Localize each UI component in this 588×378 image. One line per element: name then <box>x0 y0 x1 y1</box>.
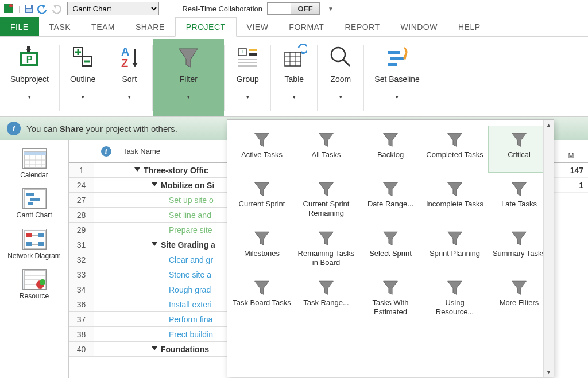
row-info-cell[interactable] <box>94 163 118 177</box>
row-info-cell[interactable] <box>94 297 118 311</box>
tab-share[interactable]: SHARE <box>125 17 175 36</box>
tab-format[interactable]: FORMAT <box>278 17 334 36</box>
row-number[interactable]: 29 <box>69 223 94 237</box>
filter-option[interactable]: Current Sprint Remaining <box>295 175 357 222</box>
ribbon-zoom[interactable]: Zoom ▾ <box>318 39 363 116</box>
row-info-cell[interactable] <box>94 193 118 207</box>
viewbar-gantt[interactable]: Gantt Chart <box>0 185 68 223</box>
row-number[interactable]: 27 <box>69 193 94 207</box>
filter-option[interactable]: Completed Tasks <box>424 126 486 173</box>
svg-rect-3 <box>26 5 31 8</box>
collapse-toggle-icon[interactable] <box>152 346 157 350</box>
row-number[interactable]: 38 <box>69 327 94 341</box>
filter-option[interactable]: Critical <box>488 126 550 173</box>
scroll-down-icon[interactable]: ▼ <box>544 367 554 377</box>
scroll-up-icon[interactable]: ▲ <box>544 120 554 130</box>
zoom-icon <box>328 42 353 71</box>
row-info-cell[interactable] <box>94 237 118 252</box>
funnel-icon <box>252 179 272 198</box>
app-icon[interactable] <box>2 2 15 15</box>
row-number[interactable]: 31 <box>69 237 94 252</box>
row-info-cell[interactable] <box>94 208 118 222</box>
filter-option[interactable]: Remaining Tasks in Board <box>295 224 357 271</box>
tab-help[interactable]: HELP <box>448 17 491 36</box>
filter-option[interactable]: Task Board Tasks <box>231 274 293 321</box>
tab-file[interactable]: FILE <box>0 17 39 36</box>
col-rownum[interactable] <box>69 140 94 162</box>
viewbar-network[interactable]: Network Diagram <box>0 225 68 263</box>
filter-option[interactable]: Backlog <box>359 126 421 173</box>
filter-option[interactable]: Task Range... <box>295 274 357 321</box>
filter-option[interactable]: Using Resource... <box>424 274 486 321</box>
filter-option[interactable]: Current Sprint <box>231 175 293 222</box>
filter-option[interactable]: Late Tasks <box>488 175 550 222</box>
rtc-options-dropdown[interactable]: ▼ <box>328 6 334 12</box>
filter-option[interactable]: Tasks With Estimated <box>359 274 421 321</box>
filter-option[interactable]: Select Sprint <box>359 224 421 271</box>
row-info-cell[interactable] <box>94 312 118 326</box>
ribbon-subproject[interactable]: P Subproject ▾ <box>0 39 59 116</box>
row-number[interactable]: 34 <box>69 282 94 297</box>
filter-option[interactable]: More Filters <box>488 274 550 321</box>
tab-window[interactable]: WINDOW <box>390 17 448 36</box>
row-info-cell[interactable] <box>94 282 118 297</box>
rtc-switch[interactable]: OFF <box>267 2 320 15</box>
row-number[interactable]: 1 <box>69 163 94 177</box>
svg-line-30 <box>343 60 350 66</box>
redo-icon[interactable] <box>50 2 63 15</box>
ribbon-outline[interactable]: Outline ▾ <box>60 39 106 116</box>
filter-option[interactable]: Incomplete Tasks <box>424 175 486 222</box>
row-number[interactable]: 37 <box>69 312 94 326</box>
gantt-icon <box>22 188 47 209</box>
row-number[interactable]: 24 <box>69 178 94 192</box>
ribbon-table[interactable]: Table ▾ <box>271 39 317 116</box>
collapse-toggle-icon[interactable] <box>152 242 157 246</box>
save-icon[interactable] <box>22 2 35 15</box>
col-info[interactable]: i <box>94 140 118 162</box>
tab-task[interactable]: TASK <box>39 17 82 36</box>
undo-icon[interactable] <box>36 2 49 15</box>
view-bar: Calendar Gantt Chart Network Diagram Res… <box>0 140 69 378</box>
ribbon-filter[interactable]: Filter ▾ <box>153 39 224 116</box>
svg-rect-49 <box>38 242 44 246</box>
ribbon-set-baseline[interactable]: Set Baseline ▾ <box>364 39 430 116</box>
row-number[interactable]: 40 <box>69 342 94 356</box>
svg-rect-48 <box>26 242 32 246</box>
tab-report[interactable]: REPORT <box>334 17 390 36</box>
row-info-cell[interactable] <box>94 252 118 267</box>
filter-label: Late Tasks <box>501 200 537 218</box>
view-selector[interactable]: Gantt Chart <box>67 2 159 15</box>
row-number[interactable]: 32 <box>69 252 94 267</box>
row-info-cell[interactable] <box>94 327 118 341</box>
view-selector-dropdown[interactable]: Gantt Chart <box>67 2 159 15</box>
viewbar-calendar[interactable]: Calendar <box>0 145 68 182</box>
row-info-cell[interactable] <box>94 267 118 282</box>
set-baseline-icon <box>385 42 410 71</box>
filter-label: All Tasks <box>311 150 341 169</box>
filter-option[interactable]: Summary Tasks <box>488 224 550 271</box>
gallery-scrollbar[interactable]: ▲ ▼ <box>543 120 554 377</box>
tab-project[interactable]: PROJECT <box>175 17 237 37</box>
row-info-cell[interactable] <box>94 342 118 356</box>
row-info-cell[interactable] <box>94 223 118 237</box>
svg-rect-24 <box>285 52 301 66</box>
filter-option[interactable]: All Tasks <box>295 126 357 173</box>
ribbon-sort[interactable]: AZ Sort ▾ <box>106 39 152 116</box>
collapse-toggle-icon[interactable] <box>134 167 140 172</box>
filter-option[interactable]: Milestones <box>231 224 293 271</box>
filter-option[interactable]: Date Range... <box>359 175 421 222</box>
svg-rect-46 <box>26 233 32 237</box>
row-info-cell[interactable] <box>94 178 118 192</box>
tab-team[interactable]: TEAM <box>81 17 125 36</box>
collapse-toggle-icon[interactable] <box>152 182 157 186</box>
row-number[interactable]: 36 <box>69 297 94 311</box>
funnel-icon <box>509 228 529 248</box>
ribbon-group[interactable]: + Group ▾ <box>225 39 270 116</box>
row-number[interactable]: 28 <box>69 208 94 222</box>
row-number[interactable]: 33 <box>69 267 94 282</box>
filter-option[interactable]: Sprint Planning <box>424 224 486 271</box>
tab-view[interactable]: VIEW <box>237 17 279 36</box>
filter-option[interactable]: Active Tasks <box>231 126 293 173</box>
right-col-header[interactable]: M <box>554 140 588 163</box>
viewbar-resource[interactable]: Resource <box>0 266 68 303</box>
